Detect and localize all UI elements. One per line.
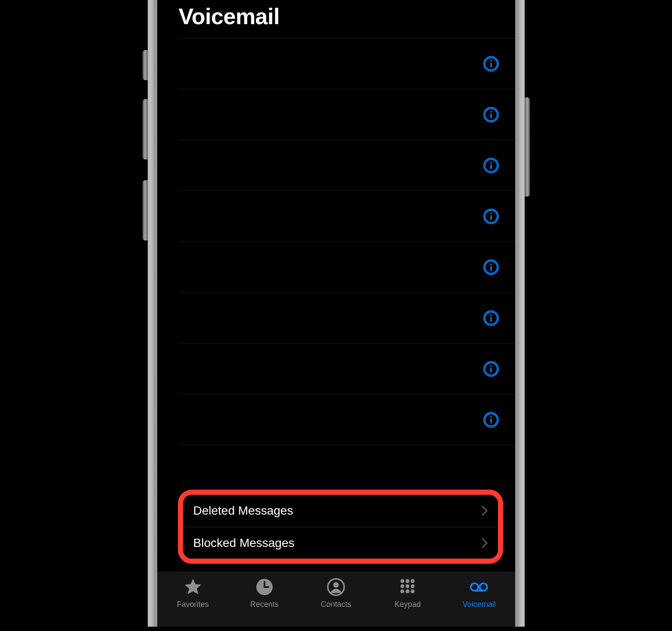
voicemail-row[interactable] — [179, 394, 515, 445]
person-circle-icon — [327, 578, 345, 597]
svg-point-4 — [490, 111, 492, 112]
svg-rect-2 — [490, 62, 492, 67]
svg-rect-11 — [490, 215, 492, 220]
info-button[interactable] — [482, 309, 500, 327]
info-button[interactable] — [482, 360, 500, 378]
svg-rect-17 — [490, 317, 492, 322]
deleted-messages-row[interactable]: Deleted Messages — [183, 495, 498, 527]
svg-point-36 — [471, 583, 478, 590]
info-button[interactable] — [482, 208, 500, 225]
svg-point-27 — [401, 579, 404, 583]
voicemail-row[interactable] — [179, 242, 515, 293]
tab-bar: Favorites Recents Contacts — [157, 572, 515, 627]
svg-point-10 — [490, 212, 492, 214]
tab-contacts-label: Contacts — [320, 600, 351, 609]
blocked-messages-row[interactable]: Blocked Messages — [183, 527, 498, 559]
info-icon — [483, 158, 499, 173]
info-button[interactable] — [482, 55, 500, 72]
tab-favorites[interactable]: Favorites — [163, 578, 223, 609]
voicemail-icon — [470, 578, 488, 597]
volume-down-button — [143, 180, 148, 241]
info-icon — [483, 310, 499, 326]
info-icon — [483, 56, 499, 72]
info-button[interactable] — [482, 157, 500, 174]
tab-voicemail-label: Voicemail — [463, 600, 496, 609]
svg-point-16 — [490, 314, 492, 316]
svg-rect-23 — [490, 419, 492, 423]
annotation-highlight-box: Deleted Messages Blocked Messages — [178, 490, 503, 564]
chevron-right-icon — [482, 538, 488, 548]
info-button[interactable] — [482, 411, 500, 428]
svg-point-30 — [401, 584, 404, 588]
svg-rect-14 — [490, 266, 492, 271]
svg-point-7 — [490, 162, 492, 163]
svg-point-22 — [490, 416, 492, 418]
mute-switch — [143, 50, 148, 80]
tab-voicemail[interactable]: Voicemail — [449, 578, 509, 609]
svg-point-13 — [490, 263, 492, 265]
voicemail-row[interactable] — [179, 38, 515, 89]
svg-point-1 — [490, 60, 492, 62]
svg-point-29 — [411, 579, 415, 583]
svg-point-34 — [406, 590, 410, 594]
svg-rect-20 — [490, 368, 492, 372]
info-icon — [483, 209, 499, 224]
blocked-messages-label: Blocked Messages — [193, 536, 295, 550]
voicemail-row[interactable] — [179, 344, 515, 394]
voicemail-row[interactable] — [179, 191, 515, 242]
chevron-right-icon — [482, 506, 488, 516]
info-icon — [483, 361, 499, 377]
volume-up-button — [143, 99, 148, 159]
voicemail-row[interactable] — [179, 89, 515, 140]
voicemail-row[interactable] — [179, 140, 515, 191]
svg-point-19 — [490, 365, 492, 367]
tab-favorites-label: Favorites — [177, 600, 209, 609]
svg-point-28 — [406, 579, 410, 583]
info-button[interactable] — [482, 259, 500, 276]
info-icon — [483, 107, 499, 122]
page-title: Voicemail — [179, 3, 494, 29]
voicemail-row[interactable] — [179, 293, 515, 344]
svg-point-26 — [333, 582, 339, 588]
svg-point-32 — [411, 584, 415, 588]
info-button[interactable] — [482, 106, 500, 123]
tab-recents-label: Recents — [250, 600, 279, 609]
svg-rect-5 — [490, 113, 492, 118]
svg-point-37 — [480, 583, 487, 590]
tab-recents[interactable]: Recents — [234, 578, 295, 609]
tab-keypad[interactable]: Keypad — [377, 578, 438, 609]
clock-icon — [255, 578, 274, 597]
star-icon — [184, 578, 202, 597]
power-button — [525, 97, 530, 197]
info-icon — [483, 259, 499, 275]
tab-keypad-label: Keypad — [395, 600, 421, 609]
info-icon — [483, 412, 499, 428]
keypad-icon — [398, 578, 417, 597]
svg-point-33 — [401, 590, 404, 594]
screen: Voicemail Deleted Messages Blocked Messa… — [157, 0, 515, 627]
deleted-messages-label: Deleted Messages — [193, 504, 293, 518]
svg-point-35 — [411, 590, 415, 594]
phone-frame: Voicemail Deleted Messages Blocked Messa… — [148, 0, 525, 627]
svg-rect-8 — [490, 164, 492, 169]
svg-point-31 — [406, 584, 410, 588]
header: Voicemail — [157, 0, 515, 38]
tab-contacts[interactable]: Contacts — [306, 578, 366, 609]
